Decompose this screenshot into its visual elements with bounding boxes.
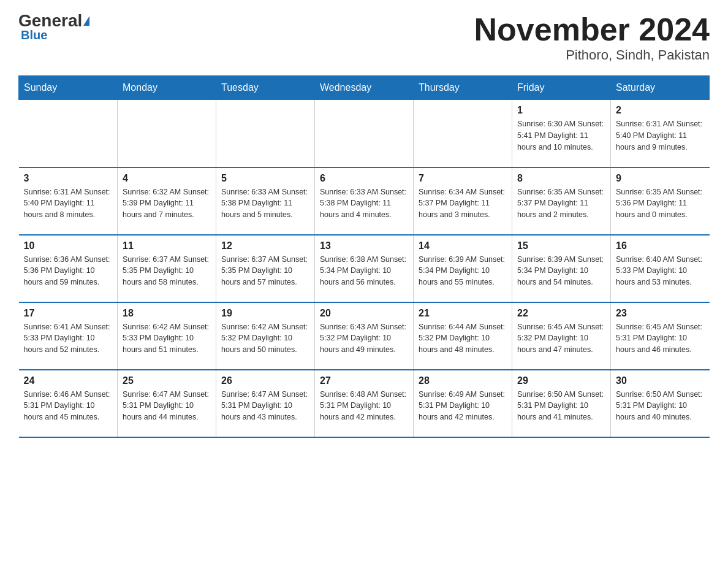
day-info: Sunrise: 6:49 AM Sunset: 5:31 PM Dayligh… bbox=[419, 389, 507, 423]
day-number: 26 bbox=[221, 375, 309, 386]
header-wednesday: Wednesday bbox=[315, 76, 414, 100]
day-info: Sunrise: 6:37 AM Sunset: 5:35 PM Dayligh… bbox=[221, 254, 309, 288]
calendar-cell: 1Sunrise: 6:30 AM Sunset: 5:41 PM Daylig… bbox=[512, 100, 611, 167]
day-number: 15 bbox=[517, 240, 605, 251]
logo: General Blue bbox=[18, 12, 89, 42]
logo-blue: Blue bbox=[21, 28, 47, 42]
calendar-cell: 20Sunrise: 6:43 AM Sunset: 5:32 PM Dayli… bbox=[315, 302, 414, 370]
day-info: Sunrise: 6:31 AM Sunset: 5:40 PM Dayligh… bbox=[24, 186, 113, 221]
calendar-week-row: 3Sunrise: 6:31 AM Sunset: 5:40 PM Daylig… bbox=[19, 167, 710, 235]
calendar-cell: 29Sunrise: 6:50 AM Sunset: 5:31 PM Dayli… bbox=[512, 370, 611, 437]
day-number: 21 bbox=[419, 308, 507, 319]
calendar-cell: 25Sunrise: 6:47 AM Sunset: 5:31 PM Dayli… bbox=[118, 370, 216, 437]
calendar-cell: 26Sunrise: 6:47 AM Sunset: 5:31 PM Dayli… bbox=[216, 370, 315, 437]
day-number: 19 bbox=[221, 308, 309, 319]
day-info: Sunrise: 6:31 AM Sunset: 5:40 PM Dayligh… bbox=[616, 118, 705, 153]
day-number: 12 bbox=[221, 240, 309, 251]
calendar-cell: 11Sunrise: 6:37 AM Sunset: 5:35 PM Dayli… bbox=[118, 235, 216, 302]
day-number: 13 bbox=[320, 240, 408, 251]
calendar-cell: 27Sunrise: 6:48 AM Sunset: 5:31 PM Dayli… bbox=[315, 370, 414, 437]
day-number: 28 bbox=[419, 375, 507, 386]
day-info: Sunrise: 6:33 AM Sunset: 5:38 PM Dayligh… bbox=[221, 186, 309, 221]
day-info: Sunrise: 6:33 AM Sunset: 5:38 PM Dayligh… bbox=[320, 186, 408, 221]
calendar-cell: 5Sunrise: 6:33 AM Sunset: 5:38 PM Daylig… bbox=[216, 167, 315, 235]
day-number: 3 bbox=[24, 173, 113, 184]
calendar-subtitle: Pithoro, Sindh, Pakistan bbox=[474, 47, 710, 63]
logo-general: General bbox=[18, 12, 82, 29]
day-number: 29 bbox=[517, 375, 605, 386]
day-number: 2 bbox=[616, 105, 705, 116]
header-thursday: Thursday bbox=[414, 76, 512, 100]
day-info: Sunrise: 6:43 AM Sunset: 5:32 PM Dayligh… bbox=[320, 321, 408, 356]
calendar-cell bbox=[216, 100, 315, 167]
calendar-cell bbox=[315, 100, 414, 167]
calendar-cell: 18Sunrise: 6:42 AM Sunset: 5:33 PM Dayli… bbox=[118, 302, 216, 370]
calendar-header-row: SundayMondayTuesdayWednesdayThursdayFrid… bbox=[19, 76, 710, 100]
calendar-cell: 6Sunrise: 6:33 AM Sunset: 5:38 PM Daylig… bbox=[315, 167, 414, 235]
day-info: Sunrise: 6:45 AM Sunset: 5:31 PM Dayligh… bbox=[616, 321, 705, 356]
day-info: Sunrise: 6:44 AM Sunset: 5:32 PM Dayligh… bbox=[419, 321, 507, 356]
day-number: 25 bbox=[123, 375, 211, 386]
day-info: Sunrise: 6:35 AM Sunset: 5:36 PM Dayligh… bbox=[616, 186, 705, 221]
day-info: Sunrise: 6:48 AM Sunset: 5:31 PM Dayligh… bbox=[320, 389, 408, 423]
title-block: November 2024 Pithoro, Sindh, Pakistan bbox=[474, 12, 710, 63]
day-number: 10 bbox=[24, 240, 113, 251]
day-number: 27 bbox=[320, 375, 408, 386]
calendar-cell: 21Sunrise: 6:44 AM Sunset: 5:32 PM Dayli… bbox=[414, 302, 512, 370]
calendar-cell: 23Sunrise: 6:45 AM Sunset: 5:31 PM Dayli… bbox=[611, 302, 710, 370]
page-header: General Blue November 2024 Pithoro, Sind… bbox=[18, 12, 710, 63]
calendar-week-row: 10Sunrise: 6:36 AM Sunset: 5:36 PM Dayli… bbox=[19, 235, 710, 302]
day-number: 16 bbox=[616, 240, 705, 251]
day-info: Sunrise: 6:39 AM Sunset: 5:34 PM Dayligh… bbox=[517, 254, 605, 288]
day-number: 24 bbox=[24, 375, 113, 386]
logo-triangle-icon bbox=[83, 16, 89, 26]
calendar-cell: 8Sunrise: 6:35 AM Sunset: 5:37 PM Daylig… bbox=[512, 167, 611, 235]
header-saturday: Saturday bbox=[611, 76, 710, 100]
calendar-cell: 16Sunrise: 6:40 AM Sunset: 5:33 PM Dayli… bbox=[611, 235, 710, 302]
calendar-cell: 10Sunrise: 6:36 AM Sunset: 5:36 PM Dayli… bbox=[19, 235, 118, 302]
day-info: Sunrise: 6:50 AM Sunset: 5:31 PM Dayligh… bbox=[616, 389, 705, 423]
day-info: Sunrise: 6:32 AM Sunset: 5:39 PM Dayligh… bbox=[123, 186, 211, 221]
calendar-cell: 28Sunrise: 6:49 AM Sunset: 5:31 PM Dayli… bbox=[414, 370, 512, 437]
day-info: Sunrise: 6:39 AM Sunset: 5:34 PM Dayligh… bbox=[419, 254, 507, 288]
calendar-cell bbox=[19, 100, 118, 167]
day-info: Sunrise: 6:42 AM Sunset: 5:32 PM Dayligh… bbox=[221, 321, 309, 356]
day-number: 14 bbox=[419, 240, 507, 251]
day-info: Sunrise: 6:35 AM Sunset: 5:37 PM Dayligh… bbox=[517, 186, 605, 221]
day-info: Sunrise: 6:34 AM Sunset: 5:37 PM Dayligh… bbox=[419, 186, 507, 221]
day-info: Sunrise: 6:38 AM Sunset: 5:34 PM Dayligh… bbox=[320, 254, 408, 288]
calendar-week-row: 24Sunrise: 6:46 AM Sunset: 5:31 PM Dayli… bbox=[19, 370, 710, 437]
calendar-cell: 2Sunrise: 6:31 AM Sunset: 5:40 PM Daylig… bbox=[611, 100, 710, 167]
calendar-cell: 7Sunrise: 6:34 AM Sunset: 5:37 PM Daylig… bbox=[414, 167, 512, 235]
day-number: 22 bbox=[517, 308, 605, 319]
day-number: 5 bbox=[221, 173, 309, 184]
calendar-title: November 2024 bbox=[474, 12, 710, 47]
calendar-cell bbox=[118, 100, 216, 167]
day-number: 1 bbox=[517, 105, 605, 116]
day-number: 17 bbox=[24, 308, 113, 319]
calendar-cell: 9Sunrise: 6:35 AM Sunset: 5:36 PM Daylig… bbox=[611, 167, 710, 235]
day-number: 6 bbox=[320, 173, 408, 184]
calendar-cell: 17Sunrise: 6:41 AM Sunset: 5:33 PM Dayli… bbox=[19, 302, 118, 370]
calendar-cell: 14Sunrise: 6:39 AM Sunset: 5:34 PM Dayli… bbox=[414, 235, 512, 302]
day-info: Sunrise: 6:46 AM Sunset: 5:31 PM Dayligh… bbox=[24, 389, 113, 423]
calendar-cell: 12Sunrise: 6:37 AM Sunset: 5:35 PM Dayli… bbox=[216, 235, 315, 302]
header-sunday: Sunday bbox=[19, 76, 118, 100]
day-info: Sunrise: 6:47 AM Sunset: 5:31 PM Dayligh… bbox=[123, 389, 211, 423]
day-number: 23 bbox=[616, 308, 705, 319]
day-info: Sunrise: 6:41 AM Sunset: 5:33 PM Dayligh… bbox=[24, 321, 113, 356]
calendar-week-row: 17Sunrise: 6:41 AM Sunset: 5:33 PM Dayli… bbox=[19, 302, 710, 370]
day-number: 30 bbox=[616, 375, 705, 386]
calendar-cell: 4Sunrise: 6:32 AM Sunset: 5:39 PM Daylig… bbox=[118, 167, 216, 235]
day-number: 9 bbox=[616, 173, 705, 184]
day-info: Sunrise: 6:37 AM Sunset: 5:35 PM Dayligh… bbox=[123, 254, 211, 288]
calendar-cell: 15Sunrise: 6:39 AM Sunset: 5:34 PM Dayli… bbox=[512, 235, 611, 302]
day-number: 8 bbox=[517, 173, 605, 184]
calendar-cell: 3Sunrise: 6:31 AM Sunset: 5:40 PM Daylig… bbox=[19, 167, 118, 235]
day-info: Sunrise: 6:42 AM Sunset: 5:33 PM Dayligh… bbox=[123, 321, 211, 356]
calendar-cell: 22Sunrise: 6:45 AM Sunset: 5:32 PM Dayli… bbox=[512, 302, 611, 370]
header-friday: Friday bbox=[512, 76, 611, 100]
header-tuesday: Tuesday bbox=[216, 76, 315, 100]
day-info: Sunrise: 6:36 AM Sunset: 5:36 PM Dayligh… bbox=[24, 254, 113, 288]
header-monday: Monday bbox=[118, 76, 216, 100]
